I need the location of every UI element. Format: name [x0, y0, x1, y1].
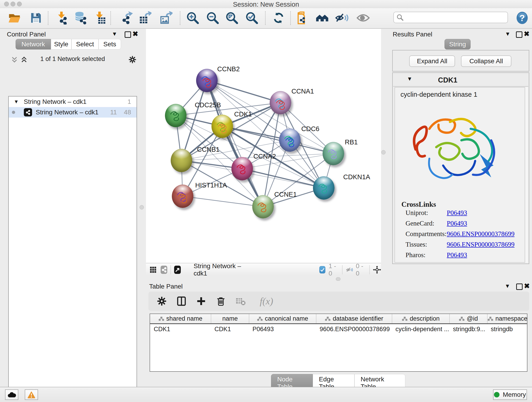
fit-selection-crosshair-icon[interactable] [373, 265, 381, 275]
network-node-CCNA2[interactable] [231, 157, 253, 180]
results-panel-close-icon[interactable]: ✖ [524, 30, 530, 38]
column-header-description[interactable]: description [392, 314, 449, 323]
table-cell[interactable]: CDK1 [211, 326, 249, 333]
network-node-CCNB2[interactable] [196, 69, 218, 92]
control-panel-collapse-icon[interactable]: ▼ [112, 31, 117, 37]
show-columns-button[interactable] [175, 295, 188, 307]
column-header--id[interactable]: @id [449, 314, 487, 323]
table-cell[interactable]: P06493 [249, 326, 316, 333]
network-selection-bar: 1 of 1 Network selected [8, 54, 137, 65]
zoom-in-button[interactable] [185, 10, 200, 26]
refresh-view-button[interactable] [271, 10, 286, 26]
crosslink-link[interactable]: P06493 [447, 220, 467, 227]
hide-annotations-button[interactable] [334, 10, 349, 26]
tab-select[interactable]: Select [71, 39, 99, 50]
create-column-button[interactable] [195, 295, 208, 307]
refresh-icon [272, 12, 285, 24]
cloud-status-button[interactable] [5, 389, 18, 400]
tab-sets[interactable]: Sets [99, 39, 121, 50]
horizontal-splitter-handle[interactable] [336, 277, 341, 281]
function-builder-button[interactable]: f(x) [254, 295, 279, 307]
warnings-button[interactable] [25, 389, 38, 400]
column-header-name[interactable]: name [211, 314, 249, 323]
table-cell[interactable]: stringdb [487, 326, 527, 333]
grid-view-icon[interactable] [150, 265, 157, 274]
network-edge-CCNA2-CDKN1A[interactable] [242, 169, 324, 188]
crosslink-link[interactable]: 9606.ENSP00000378699 [447, 230, 515, 238]
results-panel-collapse-icon[interactable]: ▼ [505, 31, 510, 37]
save-session-button[interactable] [28, 10, 44, 26]
expand-all-button[interactable]: Expand All [409, 56, 455, 67]
control-panel-title: Control Panel [7, 31, 46, 38]
gear-icon[interactable] [128, 56, 137, 64]
crosslink-link[interactable]: 9606.ENSP00000378699 [447, 241, 515, 248]
results-panel-float-icon[interactable] [516, 32, 522, 38]
selected-checkbox[interactable] [319, 266, 325, 274]
search-input[interactable] [406, 14, 505, 21]
network-node-HIST1H1A[interactable] [172, 185, 193, 208]
export-image-button[interactable] [158, 10, 173, 26]
network-node-CCNB1[interactable] [171, 149, 192, 172]
column-header-namespace[interactable]: namespace [487, 314, 527, 323]
zoom-selected-button[interactable] [244, 10, 259, 26]
protein-structure-image [402, 101, 512, 198]
zoom-out-button[interactable] [205, 10, 220, 26]
crosslink-row: Tissues:9606.ENSP00000378699 [405, 240, 520, 249]
delete-column-button[interactable] [215, 295, 227, 307]
show-annotations-button[interactable] [355, 10, 371, 26]
table-panel-close-icon[interactable]: ✖ [524, 282, 530, 290]
collapse-all-button[interactable]: Collapse All [461, 56, 511, 67]
import-table-from-file-button[interactable] [92, 10, 108, 26]
tab-string[interactable]: String [444, 39, 471, 50]
tab-network[interactable]: Network [16, 39, 51, 50]
help-button[interactable]: ? [515, 10, 530, 26]
network-node-RB1[interactable] [323, 142, 344, 165]
export-table-button[interactable] [137, 10, 152, 26]
network-node-CCNA1[interactable] [270, 91, 291, 114]
network-collection-row[interactable]: ▼ String Network – cdk1 1 [9, 96, 137, 107]
network-node-CDK1[interactable] [211, 115, 233, 138]
network-share-view-icon[interactable] [161, 266, 167, 274]
right-splitter-handle[interactable] [381, 150, 386, 154]
column-header-shared-name[interactable]: shared name [150, 314, 211, 323]
column-header-canonical-name[interactable]: canonical name [249, 314, 316, 323]
toolbar-search [393, 12, 508, 23]
table-cell[interactable]: CDK1 [150, 326, 211, 333]
memory-button[interactable]: Memory [493, 389, 527, 400]
zoom-fit-content-button[interactable] [224, 10, 239, 26]
network-node-CCNE1[interactable] [252, 195, 274, 218]
clone-network-button[interactable] [296, 10, 311, 26]
control-panel-close-icon[interactable]: ✖ [133, 30, 138, 38]
table-settings-button[interactable] [155, 295, 168, 307]
crosslink-link[interactable]: P06493 [447, 251, 467, 259]
import-network-from-database-button[interactable] [73, 10, 88, 26]
network-row[interactable]: String Network – cdk1 11 48 [9, 107, 137, 118]
network-node-CDC25B[interactable] [165, 104, 186, 127]
tab-style[interactable]: Style [51, 39, 71, 50]
table-row[interactable]: CDK1CDK1P064939606.ENSP00000378699cyclin… [150, 324, 527, 334]
birdseye-view-icon[interactable] [174, 266, 181, 274]
export-network-button[interactable] [119, 10, 134, 26]
gear-icon [157, 296, 167, 306]
left-splitter-handle[interactable] [139, 205, 144, 210]
table-panel-collapse-icon[interactable]: ▼ [505, 283, 510, 289]
delete-table-button[interactable] [234, 295, 247, 307]
network-edge-CCNE1-HIST1H1A[interactable] [183, 196, 263, 207]
open-session-button[interactable] [7, 10, 22, 26]
table-cell[interactable]: 9606.ENSP00000378699 [316, 326, 392, 333]
network-node-CDKN1A[interactable] [313, 176, 335, 200]
node-label-CDC25B: CDC25B [195, 101, 221, 109]
network-edge-CCNB2-CCNA1[interactable] [207, 80, 280, 103]
table-cell[interactable]: cyclin-dependent ... [392, 326, 449, 333]
network-canvas[interactable]: CCNB2CCNA1CDC25BCDK1CDC6RB1CCNB1CCNA2CDK… [146, 29, 381, 263]
home-layout-button[interactable] [315, 10, 330, 26]
table-panel-float-icon[interactable] [516, 283, 523, 290]
protein-ribbon-thumbnail [172, 185, 193, 208]
column-header-database-identifier[interactable]: database identifier [316, 314, 392, 323]
table-cell[interactable]: stringdb:9... [449, 326, 487, 333]
network-node-CDC6[interactable] [279, 128, 301, 152]
control-panel-float-icon[interactable] [125, 32, 131, 38]
import-network-from-file-button[interactable] [54, 10, 70, 26]
crosslink-link[interactable]: P06493 [447, 209, 467, 217]
collection-expander-icon[interactable]: ▼ [14, 99, 19, 105]
